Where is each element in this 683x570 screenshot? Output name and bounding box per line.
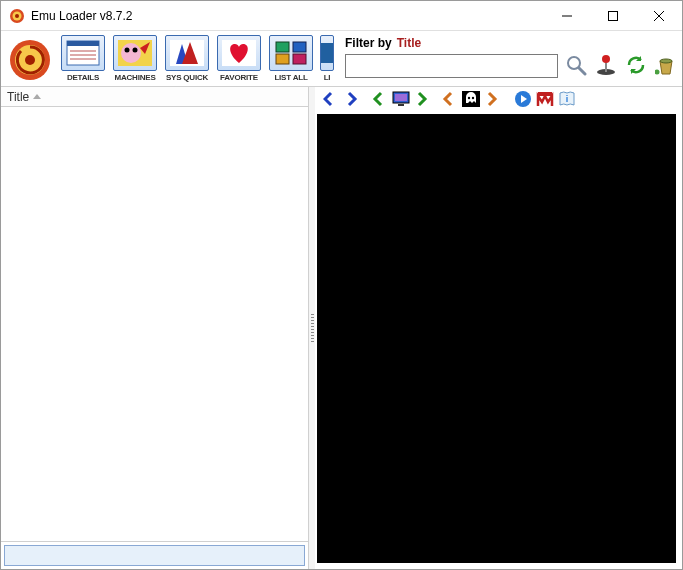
preview-panel: i <box>315 87 682 569</box>
chevron-left-green-icon <box>371 91 387 110</box>
list-footer <box>1 541 308 569</box>
svg-point-30 <box>602 55 610 63</box>
toolbar-buttons: DETAILS MACHINES SYS QUICK FAVORITE <box>59 33 335 86</box>
sys-quick-icon <box>165 35 209 71</box>
media-next-button[interactable] <box>413 90 433 110</box>
svg-rect-23 <box>276 54 289 64</box>
nav-first-button[interactable] <box>321 90 341 110</box>
refresh-icon <box>625 54 647 79</box>
svg-point-2 <box>15 14 19 18</box>
art-image-button[interactable] <box>461 90 481 110</box>
app-logo-icon[interactable] <box>7 33 53 86</box>
nav-prev-button[interactable] <box>343 90 363 110</box>
filter-title-label: Title <box>397 36 421 50</box>
machines-label: MACHINES <box>114 73 155 82</box>
window-title: Emu Loader v8.7.2 <box>31 9 544 23</box>
filter-input[interactable] <box>345 54 558 78</box>
chevron-left-orange-icon <box>441 91 457 110</box>
details-label: DETAILS <box>67 73 99 82</box>
svg-point-37 <box>468 96 470 98</box>
maximize-button[interactable] <box>590 1 636 31</box>
list-all-icon <box>269 35 313 71</box>
monitor-icon <box>392 91 410 110</box>
chevron-left-double-icon <box>323 91 339 110</box>
minimize-button[interactable] <box>544 1 590 31</box>
status-selected[interactable] <box>4 545 305 566</box>
favorite-button[interactable]: FAVORITE <box>215 33 263 86</box>
close-button[interactable] <box>636 1 682 31</box>
content-body: Title <box>1 87 682 569</box>
joystick-button[interactable] <box>594 54 618 78</box>
ghost-icon <box>462 91 480 110</box>
svg-point-16 <box>121 43 141 63</box>
column-title: Title <box>7 90 41 104</box>
search-button[interactable] <box>564 54 588 78</box>
app-icon <box>9 8 25 24</box>
details-icon <box>61 35 105 71</box>
preview-toolbar: i <box>315 87 682 113</box>
search-icon <box>565 54 587 79</box>
app-window: Emu Loader v8.7.2 DETAILS <box>0 0 683 570</box>
chevron-right-icon <box>345 91 361 110</box>
main-toolbar: DETAILS MACHINES SYS QUICK FAVORITE <box>1 31 682 87</box>
filter-area: Filter by Title <box>335 33 678 86</box>
chevron-right-green-icon <box>415 91 431 110</box>
titlebar: Emu Loader v8.7.2 <box>1 1 682 31</box>
book-info-icon: i <box>558 90 576 111</box>
game-list-panel: Title <box>1 87 309 569</box>
grip-icon <box>311 314 314 342</box>
preview-area[interactable] <box>317 114 676 563</box>
machines-icon <box>113 35 157 71</box>
machines-button[interactable]: MACHINES <box>111 33 159 86</box>
svg-rect-35 <box>398 104 404 106</box>
sys-quick-label: SYS QUICK <box>166 73 208 82</box>
favorite-label: FAVORITE <box>220 73 258 82</box>
toolbar-overflow-button[interactable]: LI <box>319 33 335 86</box>
media-prev-button[interactable] <box>369 90 389 110</box>
game-list[interactable] <box>1 107 308 541</box>
chevron-right-orange-icon <box>485 91 501 110</box>
svg-rect-25 <box>321 43 333 63</box>
sort-asc-icon <box>33 94 41 99</box>
svg-rect-24 <box>293 54 306 64</box>
sys-quick-button[interactable]: SYS QUICK <box>163 33 211 86</box>
mame-button[interactable] <box>535 90 555 110</box>
art-prev-button[interactable] <box>439 90 459 110</box>
svg-line-27 <box>579 68 585 74</box>
svg-rect-34 <box>395 94 407 101</box>
info-button[interactable]: i <box>557 90 577 110</box>
list-header[interactable]: Title <box>1 87 308 107</box>
list-all-label: LIST ALL <box>274 73 307 82</box>
art-next-button[interactable] <box>483 90 503 110</box>
favorite-icon <box>217 35 261 71</box>
media-screenshot-button[interactable] <box>391 90 411 110</box>
svg-point-17 <box>125 48 130 53</box>
trash-button[interactable] <box>654 54 678 78</box>
svg-rect-22 <box>293 42 306 52</box>
mame-m-icon <box>536 90 554 111</box>
list-all-button[interactable]: LIST ALL <box>267 33 315 86</box>
play-icon <box>514 90 532 111</box>
column-title-label: Title <box>7 90 29 104</box>
svg-point-18 <box>133 48 138 53</box>
svg-point-32 <box>655 69 660 74</box>
svg-text:i: i <box>566 94 569 104</box>
svg-rect-21 <box>276 42 289 52</box>
joystick-icon <box>595 54 617 79</box>
svg-point-38 <box>472 96 474 98</box>
svg-rect-4 <box>609 11 618 20</box>
filter-by-label: Filter by <box>345 36 392 50</box>
trash-icon <box>655 54 677 79</box>
refresh-button[interactable] <box>624 54 648 78</box>
svg-rect-11 <box>67 41 99 46</box>
details-button[interactable]: DETAILS <box>59 33 107 86</box>
svg-point-9 <box>25 55 35 65</box>
svg-point-31 <box>660 59 672 63</box>
play-button[interactable] <box>513 90 533 110</box>
overflow-icon <box>320 35 334 71</box>
overflow-label: LI <box>324 73 331 82</box>
